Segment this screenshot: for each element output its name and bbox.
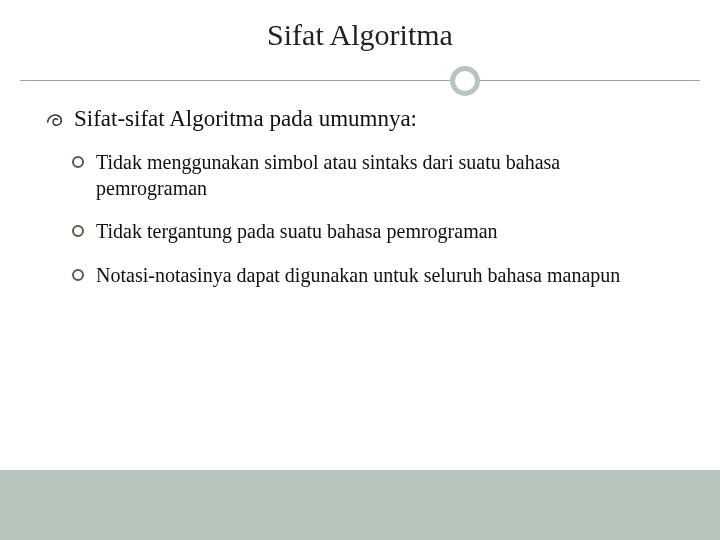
heading-row: Sifat-sifat Algoritma pada umumnya:: [44, 106, 676, 132]
list-item: Tidak menggunakan simbol atau sintaks da…: [72, 150, 676, 201]
bullet-text: Tidak menggunakan simbol atau sintaks da…: [96, 150, 676, 201]
footer-accent-bar: [0, 470, 720, 540]
bullet-text: Notasi-notasinya dapat digunakan untuk s…: [96, 263, 620, 289]
bullet-text: Tidak tergantung pada suatu bahasa pemro…: [96, 219, 498, 245]
title-divider: [0, 64, 720, 98]
swirl-bullet-icon: [44, 110, 66, 132]
content-heading: Sifat-sifat Algoritma pada umumnya:: [74, 106, 417, 132]
slide: Sifat Algoritma Sifat-sifat Algoritma pa…: [0, 0, 720, 540]
page-title: Sifat Algoritma: [0, 18, 720, 52]
content-area: Sifat-sifat Algoritma pada umumnya: Tida…: [0, 98, 720, 288]
bullet-list: Tidak menggunakan simbol atau sintaks da…: [44, 150, 676, 288]
ring-bullet-icon: [72, 225, 84, 237]
title-area: Sifat Algoritma: [0, 0, 720, 62]
divider-circle-icon: [450, 66, 480, 96]
list-item: Notasi-notasinya dapat digunakan untuk s…: [72, 263, 676, 289]
ring-bullet-icon: [72, 156, 84, 168]
divider-line: [20, 80, 700, 81]
ring-bullet-icon: [72, 269, 84, 281]
list-item: Tidak tergantung pada suatu bahasa pemro…: [72, 219, 676, 245]
